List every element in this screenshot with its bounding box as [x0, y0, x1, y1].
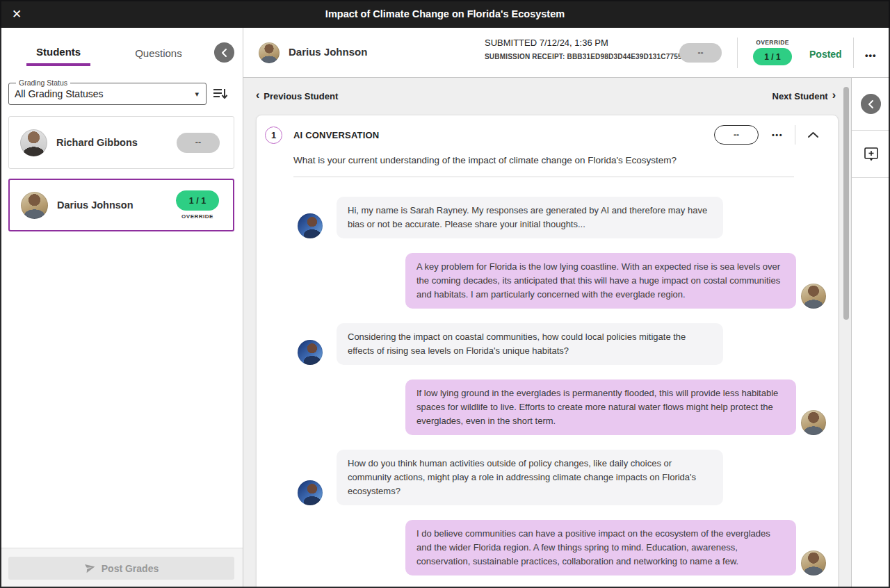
question-prompt: What is your current understanding of th…	[293, 155, 794, 165]
question-number-badge: 1	[265, 126, 282, 144]
assessment-title: Impact of Climate Change on Florida's Ec…	[0, 8, 890, 19]
next-student-link[interactable]: Next Student ›	[772, 90, 836, 101]
attempt-navigation: ‹ Previous Student Next Student ›	[256, 78, 841, 114]
next-student-label: Next Student	[772, 91, 828, 101]
scrollbar-thumb[interactable]	[843, 87, 849, 320]
chevron-left-icon: ‹	[256, 90, 259, 101]
student-name: Richard Gibbons	[56, 137, 138, 148]
student-header: Darius Johnson SUBMITTED 7/12/24, 1:36 P…	[243, 28, 890, 78]
previous-student-label: Previous Student	[264, 91, 338, 101]
grade-pill: --	[177, 133, 220, 153]
chevron-up-icon	[807, 131, 819, 138]
student-message: I do believe communities can have a posi…	[298, 520, 826, 575]
chevron-left-icon	[867, 99, 875, 109]
question-type-label: AI CONVERSATION	[293, 130, 379, 140]
student-avatar	[801, 410, 826, 435]
main-panel: Darius Johnson SUBMITTED 7/12/24, 1:36 P…	[243, 28, 890, 588]
sidebar-footer: Post Grades	[0, 548, 243, 588]
grading-status-value: All Grading Statuses	[15, 88, 104, 99]
submission-receipt: SUBMISSION RECEIPT: BBB31ED98D3D44E39D13…	[485, 53, 706, 60]
student-list: Richard Gibbons -- Darius Johnson 1 / 1 …	[0, 108, 243, 548]
submitted-timestamp: SUBMITTED 7/12/24, 1:36 PM	[485, 38, 608, 48]
caret-down-icon: ▾	[195, 90, 199, 99]
message-bubble: How do you think human activities outsid…	[337, 450, 723, 505]
ai-message: How do you think human activities outsid…	[298, 450, 826, 505]
post-grades-label: Post Grades	[102, 563, 159, 574]
panel-collapse-button[interactable]	[861, 94, 881, 114]
divider	[737, 38, 738, 68]
message-bubble: Hi, my name is Sarah Rayney. My response…	[337, 197, 723, 238]
ai-message: Hi, my name is Sarah Rayney. My response…	[298, 197, 826, 238]
students-sidebar: Students Questions Grading Status All Gr…	[0, 28, 243, 588]
add-comment-icon	[862, 145, 880, 163]
sort-icon	[213, 88, 228, 100]
sort-students-button[interactable]	[207, 80, 234, 108]
question-card: 1 AI CONVERSATION -- ••• What is your cu…	[256, 115, 839, 588]
grade-pill: 1 / 1	[176, 190, 219, 211]
question-grade-input[interactable]: --	[714, 125, 759, 145]
attempt-grade-pill[interactable]: --	[679, 43, 722, 63]
sidebar-tabs: Students Questions	[0, 28, 243, 77]
override-label: OVERRIDE	[756, 39, 789, 46]
student-name: Darius Johnson	[57, 199, 134, 211]
avatar	[20, 129, 47, 156]
student-message: A key problem for Florida is the low lyi…	[298, 253, 826, 309]
question-overflow-menu[interactable]: •••	[772, 128, 783, 142]
header-student-name: Darius Johnson	[289, 46, 367, 58]
posted-status: Posted	[809, 49, 842, 60]
add-feedback-button[interactable]	[862, 145, 880, 163]
message-bubble: I do believe communities can have a posi…	[405, 520, 796, 575]
ai-avatar	[298, 340, 323, 365]
sidebar-collapse-button[interactable]	[214, 42, 234, 63]
student-avatar	[801, 550, 826, 575]
tab-questions[interactable]: Questions	[135, 40, 182, 65]
student-row-richard-gibbons[interactable]: Richard Gibbons --	[8, 116, 234, 169]
ai-avatar	[298, 213, 323, 238]
top-bar: ✕ Impact of Climate Change on Florida's …	[0, 0, 890, 28]
ai-avatar	[298, 480, 323, 505]
student-row-darius-johnson[interactable]: Darius Johnson 1 / 1 OVERRIDE	[8, 179, 234, 231]
previous-student-link[interactable]: ‹ Previous Student	[256, 90, 338, 101]
chevron-left-icon	[220, 48, 229, 58]
paper-plane-icon	[84, 562, 96, 574]
avatar	[259, 42, 280, 63]
message-bubble: Considering the impact on coastal commun…	[337, 323, 723, 365]
question-header: 1 AI CONVERSATION -- •••	[257, 115, 838, 145]
question-collapse-button[interactable]	[807, 131, 819, 138]
student-avatar	[801, 284, 826, 309]
post-grades-button[interactable]: Post Grades	[8, 557, 234, 580]
override-label: OVERRIDE	[181, 213, 213, 220]
grading-status-select[interactable]: Grading Status All Grading Statuses ▾	[8, 79, 207, 105]
override-grade-pill[interactable]: 1 / 1	[753, 48, 792, 65]
attempt-content: ‹ Previous Student Next Student › 1 AI C…	[243, 78, 841, 588]
grading-status-label: Grading Status	[16, 79, 70, 87]
divider	[293, 177, 794, 177]
header-overflow-menu[interactable]: •••	[862, 47, 880, 63]
ai-message: Considering the impact on coastal commun…	[298, 323, 826, 365]
divider	[853, 38, 854, 68]
message-bubble: If low lying ground in the everglades is…	[405, 379, 796, 435]
student-message: If low lying ground in the everglades is…	[298, 379, 826, 435]
divider	[795, 125, 795, 145]
message-bubble: A key problem for Florida is the low lyi…	[405, 253, 796, 309]
avatar	[21, 192, 48, 219]
scrollbar-track	[841, 78, 851, 588]
chevron-right-icon: ›	[832, 90, 836, 101]
ai-conversation-transcript: Hi, my name is Sarah Rayney. My response…	[257, 197, 838, 588]
tab-students[interactable]: Students	[26, 39, 90, 66]
right-toolbar	[851, 78, 890, 588]
